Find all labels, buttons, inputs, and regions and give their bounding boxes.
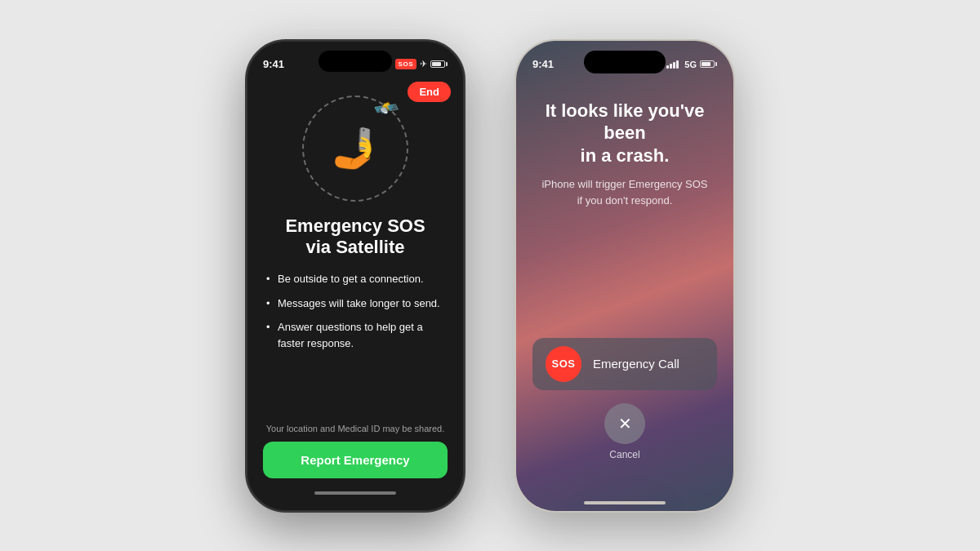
battery-icon-right bbox=[700, 60, 717, 68]
dynamic-island-left bbox=[318, 51, 392, 72]
crash-title: It looks like you've beenin a crash. bbox=[532, 100, 717, 167]
location-text: Your location and Medical ID may be shar… bbox=[266, 424, 445, 433]
emergency-call-button[interactable]: SOS Emergency Call bbox=[532, 338, 717, 390]
signal-bars bbox=[666, 60, 679, 69]
dynamic-island-right bbox=[584, 51, 666, 73]
sos-title: Emergency SOS via Satellite bbox=[285, 216, 425, 259]
sos-status-badge: SOS bbox=[395, 59, 416, 69]
sos-circle-label: SOS bbox=[552, 358, 576, 370]
cancel-button[interactable]: ✕ bbox=[604, 403, 645, 444]
report-emergency-button[interactable]: Report Emergency bbox=[263, 442, 448, 478]
bullet-item-2: Messages will take longer to send. bbox=[266, 295, 448, 312]
sos-circle: SOS bbox=[546, 346, 581, 382]
network-badge: 5G bbox=[684, 60, 697, 69]
action-buttons: SOS Emergency Call ✕ Cancel bbox=[532, 338, 717, 460]
left-phone-content: 🛰️ 🤳 Emergency SOS via Satellite Be outs… bbox=[247, 77, 464, 511]
satellite-illustration: 🛰️ 🤳 bbox=[298, 91, 412, 206]
cancel-area: ✕ Cancel bbox=[604, 403, 645, 460]
wifi-icon: ✈ bbox=[420, 59, 427, 69]
bullet-item-1: Be outside to get a connection. bbox=[266, 271, 448, 287]
home-indicator-left bbox=[314, 491, 396, 495]
right-phone-content: It looks like you've beenin a crash. iPh… bbox=[516, 77, 733, 511]
status-icons-left: SOS ✈ bbox=[395, 59, 448, 69]
end-button[interactable]: End bbox=[408, 82, 451, 102]
status-icons-right: 5G bbox=[666, 60, 717, 69]
battery-icon bbox=[430, 60, 448, 68]
crash-subtitle: iPhone will trigger Emergency SOSif you … bbox=[541, 176, 707, 208]
left-phone: 9:41 SOS ✈ End 🛰️ 🤳 Emergency SOS via Sa… bbox=[245, 39, 466, 513]
time-right: 9:41 bbox=[532, 58, 554, 70]
bottom-area-left: Your location and Medical ID may be shar… bbox=[263, 424, 448, 511]
home-indicator-right bbox=[584, 501, 666, 504]
bullet-list: Be outside to get a connection. Messages… bbox=[263, 271, 448, 359]
time-left: 9:41 bbox=[263, 58, 284, 70]
cancel-label: Cancel bbox=[609, 449, 639, 460]
cancel-x-icon: ✕ bbox=[618, 415, 632, 432]
bullet-item-3: Answer questions to help get a faster re… bbox=[266, 319, 448, 351]
emergency-call-label: Emergency Call bbox=[593, 357, 679, 371]
right-phone: 9:41 5G It looks like you've beenin a cr… bbox=[514, 39, 735, 513]
